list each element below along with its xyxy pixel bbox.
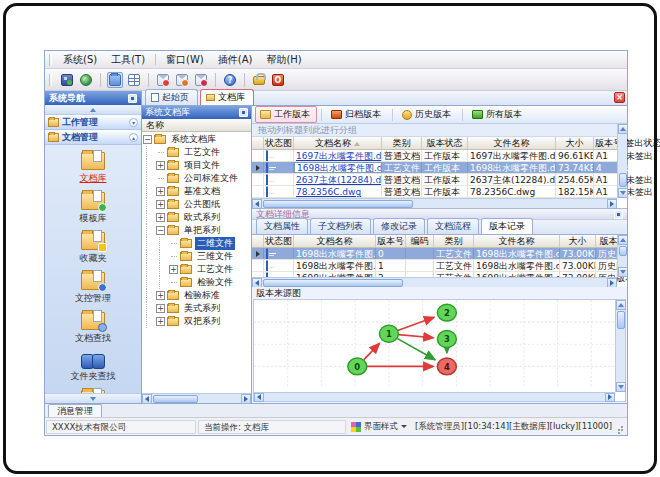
column-header-签出状态[interactable]: 签出状态 — [624, 137, 660, 149]
scroll-down-icon[interactable] — [618, 267, 628, 277]
chevron-down-icon[interactable]: ▾ — [129, 118, 138, 127]
detail-tab-文档流程[interactable]: 文档流程 — [427, 218, 479, 234]
button-归档版本[interactable]: 归档版本 — [326, 106, 388, 123]
table-row[interactable]: 1697出水嘴零件图.dwg普通文档工作版本1697出水嘴零件图.dwg96.6… — [252, 150, 617, 162]
expand-icon[interactable]: + — [156, 161, 165, 170]
detail-tab-修改记录[interactable]: 修改记录 — [373, 218, 425, 234]
column-header-版本状态[interactable]: 版本状态 — [422, 137, 468, 149]
column-header-大小[interactable]: 大小 — [556, 137, 594, 149]
ui-style-selector[interactable]: 界面样式 — [347, 421, 411, 433]
column-header-文件名称[interactable]: 文件名称 — [474, 235, 560, 247]
scroll-left-icon[interactable] — [142, 394, 152, 404]
lock-button[interactable] — [251, 72, 267, 88]
document-link[interactable]: 2637主体(12284).dwg — [296, 175, 382, 185]
tree-node-双把系列[interactable]: +双把系列 — [142, 315, 251, 328]
tree-node-美式系列[interactable]: +美式系列 — [142, 302, 251, 315]
sidebar-item-文件夹查找[interactable]: 文件夹查找 — [49, 349, 137, 387]
menubar-grip[interactable] — [49, 54, 52, 66]
column-header-大小[interactable]: 大小 — [560, 235, 596, 247]
collapse-icon[interactable]: − — [156, 226, 165, 235]
mail-error-button[interactable] — [193, 72, 209, 88]
scroll-right-icon[interactable] — [241, 394, 251, 404]
column-header-版本号[interactable]: 版本号 — [376, 235, 406, 247]
sidebar-scroll-up[interactable] — [45, 105, 141, 115]
pin-icon[interactable] — [614, 210, 623, 219]
table-vertical-scrollbar[interactable] — [617, 235, 627, 277]
menu-item[interactable]: 插件(A) — [211, 51, 260, 69]
pin-icon[interactable] — [239, 108, 248, 117]
button-历史版本[interactable]: 历史版本 — [397, 106, 458, 123]
help-button[interactable]: ? — [222, 72, 238, 88]
table-row[interactable]: 78.2356C.dwg普通文档工作版本78.2356C.dwg182.15KB… — [252, 186, 617, 198]
expand-icon[interactable]: + — [156, 200, 165, 209]
detail-tab-子文档列表[interactable]: 子文档列表 — [310, 218, 371, 234]
column-header-文档名称[interactable]: 文档名称 — [294, 235, 376, 247]
tree-node-基准文档[interactable]: +基准文档 — [142, 185, 251, 198]
menu-item[interactable]: 系统(S) — [56, 51, 104, 69]
globe-button[interactable] — [78, 72, 94, 88]
column-header-文件名称[interactable]: 文件名称 — [468, 137, 556, 149]
menu-item[interactable]: 帮助(H) — [259, 51, 308, 69]
scroll-down-icon[interactable] — [616, 382, 626, 392]
column-header-类别[interactable]: 类别 — [382, 137, 422, 149]
scroll-up-icon[interactable] — [616, 300, 626, 310]
tree-node-检验文件[interactable]: 检验文件 — [142, 276, 251, 289]
detail-tab-版本记录[interactable]: 版本记录 — [481, 218, 533, 234]
sidebar-group-work[interactable]: 工作管理▾ — [45, 115, 141, 130]
menu-item[interactable]: 窗口(W) — [159, 51, 211, 69]
version-node-2[interactable]: 2 — [437, 304, 456, 321]
table-horizontal-scrollbar[interactable] — [252, 198, 617, 208]
tree-node-检验标准[interactable]: +检验标准 — [142, 289, 251, 302]
message-manager-tab[interactable]: 消息管理 — [48, 404, 102, 417]
document-link[interactable]: 78.2356C.dwg — [296, 187, 361, 197]
tree-node-三维文件[interactable]: 三维文件 — [142, 250, 251, 263]
tree-node-公司标准文件[interactable]: 公司标准文件 — [142, 172, 251, 185]
resize-grip[interactable] — [615, 423, 623, 431]
display-button[interactable] — [59, 72, 75, 88]
menu-item[interactable]: 工具(T) — [104, 51, 152, 69]
folder-open-button[interactable] — [107, 72, 123, 88]
collapse-icon[interactable]: − — [143, 135, 152, 144]
column-header-状态图[interactable]: 状态图 — [264, 235, 294, 247]
table-horizontal-scrollbar[interactable] — [252, 277, 617, 287]
tree-node-工艺文件[interactable]: 工艺文件 — [142, 146, 251, 159]
scroll-thumb[interactable] — [619, 173, 627, 187]
tree-node-系统文档库[interactable]: −系统文档库 — [142, 133, 251, 146]
sidebar-item-文控管理[interactable]: 文控管理 — [49, 269, 137, 309]
scroll-right-icon[interactable] — [605, 393, 615, 402]
pin-icon[interactable] — [128, 94, 137, 103]
version-node-4[interactable]: 4 — [437, 358, 456, 375]
version-node-1[interactable]: 1 — [379, 325, 398, 342]
version-graph-canvas[interactable]: 01234 — [254, 300, 625, 401]
tree-horizontal-scrollbar[interactable] — [142, 393, 251, 403]
expand-icon[interactable]: + — [156, 291, 165, 300]
sidebar-item-文档库[interactable]: 文档库 — [49, 149, 137, 189]
scroll-thumb[interactable] — [153, 395, 198, 403]
document-link[interactable]: 1697出水嘴零件图.dwg — [296, 151, 382, 161]
tree-node-公共图纸[interactable]: +公共图纸 — [142, 198, 251, 211]
toolbar-grip[interactable] — [49, 74, 52, 86]
tree-node-欧式系列[interactable]: +欧式系列 — [142, 211, 251, 224]
table-vertical-scrollbar[interactable] — [617, 124, 627, 198]
tree-node-二维文件[interactable]: 二维文件 — [142, 237, 251, 250]
scroll-thumb[interactable] — [263, 200, 413, 208]
sidebar-scroll-down[interactable] — [45, 393, 141, 403]
power-button[interactable]: O — [270, 72, 286, 88]
tab-文档库[interactable]: 文档库 — [200, 89, 254, 105]
sidebar-group-document[interactable]: 文档管理▴ — [45, 130, 141, 145]
sidebar-item-收藏夹[interactable]: 收藏夹 — [49, 229, 137, 269]
sidebar-item-文档查找[interactable]: 文档查找 — [49, 309, 137, 349]
scroll-thumb[interactable] — [263, 279, 403, 287]
expand-icon[interactable]: + — [156, 317, 165, 326]
column-header-文档名称[interactable]: 文档名称 — [294, 137, 382, 149]
column-header-编码[interactable]: 编码 — [406, 235, 434, 247]
table-row[interactable]: 1698出水嘴零件图.dwg1工艺文件1698出水嘴零件图.dwg73.00KB… — [252, 260, 617, 272]
graph-horizontal-scrollbar[interactable] — [254, 392, 615, 401]
table-row[interactable]: 2637主体(12284).dwg普通文档工作版本2637主体(12284).d… — [252, 174, 617, 186]
chevron-up-icon[interactable]: ▴ — [129, 133, 138, 142]
mail-button[interactable] — [155, 72, 171, 88]
column-header-类别[interactable]: 类别 — [434, 235, 474, 247]
sidebar-item-模板库[interactable]: 模板库 — [49, 189, 137, 229]
graph-vertical-scrollbar[interactable] — [615, 300, 625, 392]
expand-icon[interactable]: + — [156, 304, 165, 313]
